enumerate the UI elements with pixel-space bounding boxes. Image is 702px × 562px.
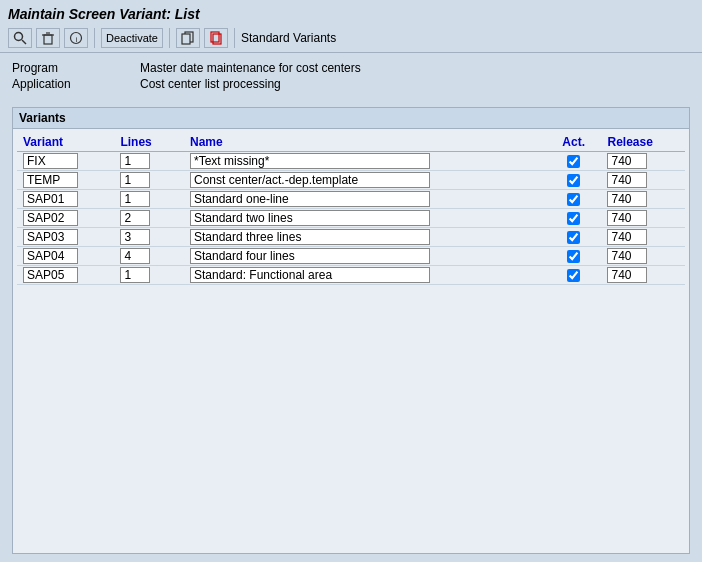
cell-release [601, 190, 685, 209]
input-name[interactable] [190, 153, 430, 169]
input-name[interactable] [190, 267, 430, 283]
input-lines[interactable] [120, 191, 150, 207]
checkbox-act[interactable] [567, 155, 580, 168]
deactivate-button[interactable]: Deactivate [101, 28, 163, 48]
cell-name [184, 247, 546, 266]
table-row [17, 228, 685, 247]
cell-name [184, 228, 546, 247]
input-lines[interactable] [120, 172, 150, 188]
input-variant[interactable] [23, 153, 78, 169]
cell-release [601, 152, 685, 171]
input-name[interactable] [190, 191, 430, 207]
cell-act [546, 209, 602, 228]
col-header-act: Act. [546, 133, 602, 152]
copy-icon [181, 31, 195, 45]
trash-icon [41, 31, 55, 45]
input-variant[interactable] [23, 267, 78, 283]
input-release[interactable] [607, 153, 647, 169]
checkbox-act[interactable] [567, 212, 580, 225]
svg-rect-2 [44, 35, 52, 44]
table-row [17, 209, 685, 228]
page-title: Maintain Screen Variant: List [8, 6, 200, 22]
move-button[interactable] [204, 28, 228, 48]
input-lines[interactable] [120, 248, 150, 264]
toolbar: i Deactivate Standard Variants [0, 24, 702, 53]
input-lines[interactable] [120, 153, 150, 169]
input-name[interactable] [190, 248, 430, 264]
cell-lines [114, 152, 184, 171]
checkbox-act[interactable] [567, 250, 580, 263]
info-button[interactable]: i [64, 28, 88, 48]
input-lines[interactable] [120, 229, 150, 245]
table-row [17, 190, 685, 209]
cell-name [184, 209, 546, 228]
content-area: Program Master date maintenance for cost… [0, 53, 702, 562]
checkbox-act[interactable] [567, 231, 580, 244]
cell-release [601, 228, 685, 247]
svg-point-0 [15, 33, 23, 41]
input-release[interactable] [607, 267, 647, 283]
move-icon [209, 31, 223, 45]
input-name[interactable] [190, 210, 430, 226]
input-variant[interactable] [23, 172, 78, 188]
cell-release [601, 266, 685, 285]
cell-act [546, 247, 602, 266]
cell-act [546, 171, 602, 190]
input-lines[interactable] [120, 267, 150, 283]
table-container: Variant Lines Name Act. Release [13, 129, 689, 289]
input-release[interactable] [607, 172, 647, 188]
cell-variant [17, 247, 114, 266]
table-header-row: Variant Lines Name Act. Release [17, 133, 685, 152]
cell-name [184, 190, 546, 209]
cell-name [184, 152, 546, 171]
input-release[interactable] [607, 210, 647, 226]
delete-button[interactable] [36, 28, 60, 48]
variants-panel: Variants Variant Lines Name Act. Release [12, 107, 690, 554]
application-label: Application [12, 77, 132, 91]
cell-name [184, 171, 546, 190]
cell-lines [114, 171, 184, 190]
search-icon [13, 31, 27, 45]
input-variant[interactable] [23, 229, 78, 245]
cell-lines [114, 266, 184, 285]
input-lines[interactable] [120, 210, 150, 226]
cell-release [601, 247, 685, 266]
separator-2 [169, 28, 170, 48]
checkbox-act[interactable] [567, 193, 580, 206]
svg-rect-8 [182, 34, 190, 44]
cell-act [546, 190, 602, 209]
table-row [17, 266, 685, 285]
input-release[interactable] [607, 191, 647, 207]
copy-button[interactable] [176, 28, 200, 48]
table-row [17, 152, 685, 171]
cell-variant [17, 266, 114, 285]
input-variant[interactable] [23, 248, 78, 264]
cell-act [546, 228, 602, 247]
svg-line-1 [22, 40, 26, 44]
table-row [17, 247, 685, 266]
search-button[interactable] [8, 28, 32, 48]
title-bar: Maintain Screen Variant: List [0, 0, 702, 24]
col-header-release: Release [601, 133, 685, 152]
cell-act [546, 152, 602, 171]
input-name[interactable] [190, 229, 430, 245]
separator-1 [94, 28, 95, 48]
standard-variants-label: Standard Variants [241, 31, 336, 45]
input-variant[interactable] [23, 191, 78, 207]
cell-release [601, 209, 685, 228]
program-value: Master date maintenance for cost centers [140, 61, 690, 75]
input-name[interactable] [190, 172, 430, 188]
input-variant[interactable] [23, 210, 78, 226]
checkbox-act[interactable] [567, 174, 580, 187]
cell-variant [17, 228, 114, 247]
application-value: Cost center list processing [140, 77, 690, 91]
cell-variant [17, 209, 114, 228]
cell-lines [114, 247, 184, 266]
variants-table: Variant Lines Name Act. Release [17, 133, 685, 285]
svg-text:i: i [76, 35, 78, 44]
checkbox-act[interactable] [567, 269, 580, 282]
separator-3 [234, 28, 235, 48]
info-section: Program Master date maintenance for cost… [12, 61, 690, 91]
input-release[interactable] [607, 229, 647, 245]
input-release[interactable] [607, 248, 647, 264]
